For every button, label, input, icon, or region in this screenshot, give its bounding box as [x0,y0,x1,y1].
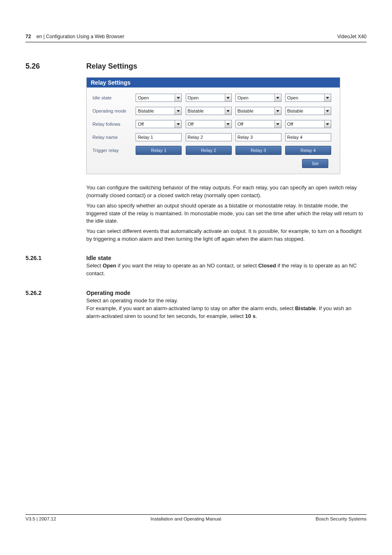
relay-follows-select-1[interactable]: Off [136,120,182,128]
sub1-bold-closed: Closed [258,263,276,269]
relay-name-value-3: Relay 3 [238,135,253,140]
idle-state-select-4[interactable]: Open [285,94,331,102]
relay-name-input-1[interactable]: Relay 1 [136,133,182,141]
relay-name-value-2: Relay 2 [188,135,203,140]
footer-rule [25,514,367,515]
footer-manual: Installation and Operating Manual [150,516,221,521]
chevron-down-icon [274,120,281,128]
trigger-relay-button-1[interactable]: Relay 1 [136,146,182,155]
sub1-text-mid: if you want the relay to operate as an N… [116,263,258,269]
chevron-down-icon [274,94,281,101]
chevron-down-icon [324,94,331,101]
chevron-down-icon [175,107,181,115]
idle-state-label: Idle state [92,95,136,100]
idle-state-value-3: Open [238,95,249,100]
operating-mode-select-2[interactable]: Bistable [186,107,232,115]
section-title: Relay Settings [86,62,137,71]
body-paragraph-3: You can select different events that aut… [86,228,367,243]
body-paragraph-2: You can also specify whether an output s… [86,202,367,226]
operating-mode-select-3[interactable]: Bistable [235,107,281,115]
chevron-down-icon [225,94,231,101]
relay-name-value-1: Relay 1 [138,135,153,140]
relay-follows-select-4[interactable]: Off [285,120,331,128]
relay-name-input-2[interactable]: Relay 2 [186,133,232,141]
sub2-bold-bistable: Bistable [295,305,316,311]
chevron-down-icon [225,107,231,115]
sub1-bold-open: Open [103,263,116,269]
operating-mode-select-4[interactable]: Bistable [285,107,331,115]
idle-state-select-1[interactable]: Open [136,94,182,102]
trigger-relay-label: Trigger relay [92,148,136,153]
relay-name-value-4: Relay 4 [287,135,302,140]
operating-mode-value-2: Bistable [188,108,204,113]
trigger-relay-button-4[interactable]: Relay 4 [285,146,331,155]
subsection-1-title: Idle state [86,255,367,261]
subsection-2-line1: Select an operating mode for the relay. [86,297,367,305]
relay-name-input-3[interactable]: Relay 3 [235,133,281,141]
footer-company: Bosch Security Systems [316,516,367,521]
relay-follows-label: Relay follows [92,122,136,127]
idle-state-value-4: Open [287,95,298,100]
trigger-relay-button-2[interactable]: Relay 2 [186,146,232,155]
header-left: 72 en | Configuration Using a Web Browse… [25,34,124,39]
operating-mode-value-1: Bistable [138,108,154,113]
operating-mode-select-1[interactable]: Bistable [136,107,182,115]
relay-follows-value-4: Off [287,122,293,127]
operating-mode-value-4: Bistable [287,108,303,113]
sub2-bold-10s: 10 s [245,313,256,319]
header-product: VideoJet X40 [337,34,367,39]
idle-state-value-1: Open [138,95,149,100]
subsection-2-number: 5.26.2 [25,290,86,321]
sub2-text-end: . [256,313,257,319]
idle-state-select-2[interactable]: Open [186,94,232,102]
chevron-down-icon [274,107,281,115]
subsection-2-title: Operating mode [86,290,367,296]
body-paragraph-1: You can configure the switching behavior… [86,184,367,200]
idle-state-value-2: Open [188,95,199,100]
relay-follows-value-3: Off [238,122,243,127]
set-button[interactable]: Set [302,159,328,168]
sub1-text-pre: Select [86,263,103,269]
relay-name-label: Relay name [92,135,136,140]
subsection-2-line2: For example, if you want an alarm-activa… [86,305,367,320]
subsection-1-text: Select Open if you want the relay to ope… [86,262,367,278]
relay-follows-value-2: Off [188,122,194,127]
panel-title: Relay Settings [87,78,340,88]
subsection-1-number: 5.26.1 [25,255,86,278]
header-rule [25,42,367,42]
chevron-down-icon [175,120,181,128]
sub2-text-pre: For example, if you want an alarm-activa… [86,305,295,311]
relay-follows-value-1: Off [138,122,143,127]
operating-mode-label: Operating mode [92,108,136,113]
relay-name-input-4[interactable]: Relay 4 [285,133,331,141]
chevron-down-icon [324,107,331,115]
idle-state-select-3[interactable]: Open [235,94,281,102]
operating-mode-value-3: Bistable [238,108,254,113]
chevron-down-icon [175,94,181,101]
footer-version: V3.5 | 2007.12 [25,516,56,521]
relay-follows-select-2[interactable]: Off [186,120,232,128]
chevron-down-icon [225,120,231,128]
relay-settings-panel: Relay Settings Idle state Open Open Open… [86,77,340,174]
breadcrumb: en | Configuration Using a Web Browser [37,34,125,39]
section-number: 5.26 [25,62,86,71]
chevron-down-icon [324,120,331,128]
trigger-relay-button-3[interactable]: Relay 3 [235,146,281,155]
page-number: 72 [25,34,31,39]
relay-follows-select-3[interactable]: Off [235,120,281,128]
